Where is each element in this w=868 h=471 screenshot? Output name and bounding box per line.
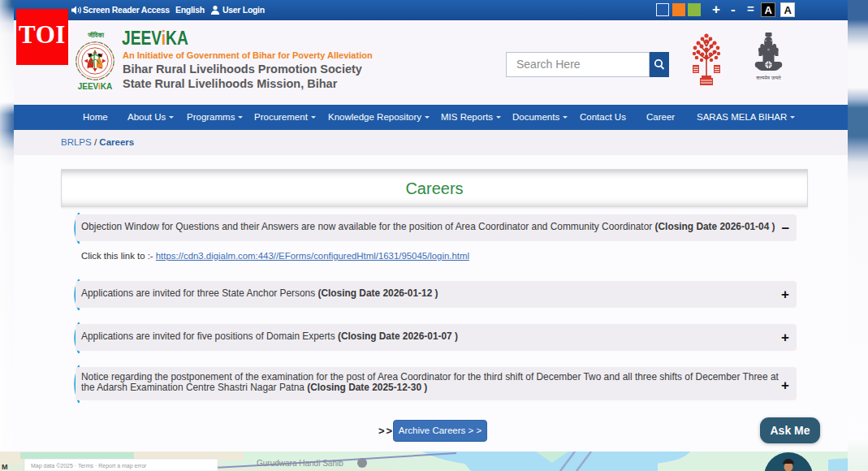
svg-text:JEEViKA: JEEViKA xyxy=(78,82,113,91)
svg-text:Gurudwara Handi Sahib: Gurudwara Handi Sahib xyxy=(257,459,343,468)
svg-text:M: M xyxy=(2,463,8,471)
svg-text:Map data ©2025 · Terms · R: Map data ©2025 · Terms · Report a map er… xyxy=(31,463,147,469)
svg-text:सत्यमेव जयते: सत्यमेव जयते xyxy=(755,75,781,80)
svg-text:जीविका: जीविका xyxy=(87,31,104,39)
